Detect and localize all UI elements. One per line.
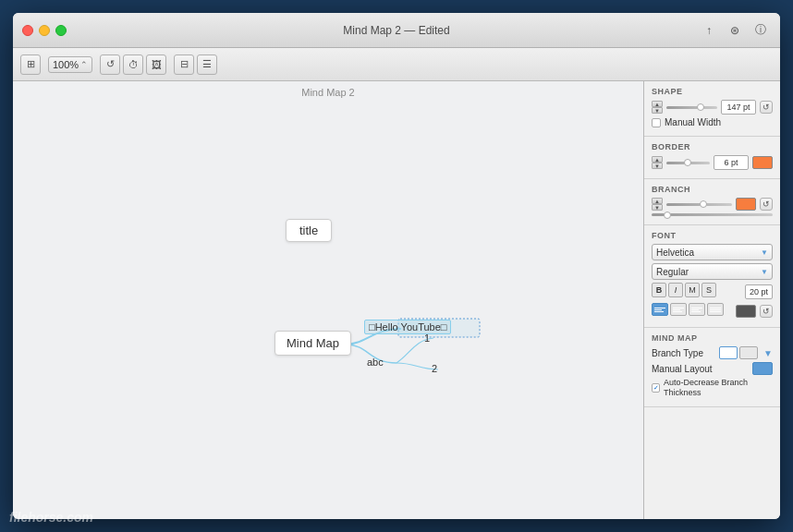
border-value[interactable]: 6 pt [714, 155, 749, 170]
share-icon[interactable]: ↑ [699, 20, 719, 41]
zoom-stepper[interactable]: ⌃ [80, 60, 88, 69]
shape-width-row: ▲ ▼ 147 pt ↺ [652, 100, 773, 115]
branch-label: BRANCH [652, 185, 773, 194]
strikethrough-button[interactable]: S [702, 283, 716, 297]
font-size-row: B I M S 20 pt [652, 283, 773, 300]
border-stepper[interactable]: ▲ ▼ [652, 156, 663, 169]
align-right-button[interactable] [689, 303, 705, 316]
width-stepper[interactable]: ▲ ▼ [652, 101, 663, 114]
mindmap-section: MIND MAP Branch Type ▼ Manual Layout Aut… [644, 328, 780, 407]
auto-decrease-label: Auto-Decrease Branch Thickness [664, 378, 773, 398]
reset-btn[interactable]: ↺ [760, 101, 773, 114]
font-family-select[interactable]: Helvetica ▼ [652, 244, 773, 260]
manual-width-row: Manual Width [652, 117, 773, 127]
mindmap-label: MIND MAP [652, 333, 773, 343]
branch-curve-slider[interactable] [652, 213, 773, 216]
node-title[interactable]: title [286, 219, 332, 242]
border-label: BORDER [652, 142, 773, 151]
toolbar: ⊞ 100% ⌃ ↺ ⏱ 🖼 ⊟ ☰ [13, 48, 780, 81]
border-slider[interactable] [666, 162, 710, 164]
border-section: BORDER ▲ ▼ 6 pt [644, 137, 780, 179]
font-style-value: Regular [656, 267, 689, 277]
branch-type-label: Branch Type [652, 348, 715, 358]
refresh-icon[interactable]: ↺ [100, 54, 120, 75]
zoom-control[interactable]: 100% ⌃ [48, 56, 92, 73]
stepper-up[interactable]: ▲ [652, 101, 663, 107]
shape-section: SHAPE ▲ ▼ 147 pt ↺ Manual Width [644, 81, 780, 137]
info-icon[interactable]: ⓘ [750, 20, 771, 41]
canvas-label: Mind Map 2 [301, 87, 354, 98]
watermark: filehorse.com [9, 510, 93, 525]
stepper-down[interactable]: ▼ [652, 107, 663, 114]
branch-reset[interactable]: ↺ [760, 198, 773, 211]
branch-curve-row [652, 213, 773, 216]
minimize-button[interactable] [39, 25, 50, 36]
border-color-swatch[interactable] [752, 156, 773, 169]
bold-button[interactable]: B [652, 283, 666, 297]
branch-color-swatch[interactable] [736, 198, 756, 211]
branch-stepper[interactable]: ▲ ▼ [652, 198, 663, 211]
main-area: Mind Map 2 title Mind Map [13, 81, 780, 519]
branch-type-row: Branch Type ▼ [652, 346, 773, 359]
font-style-select[interactable]: Regular ▼ [652, 263, 773, 280]
close-button[interactable] [22, 25, 33, 36]
manual-width-checkbox[interactable] [652, 118, 661, 127]
align-center-button[interactable] [670, 303, 687, 316]
branch-up[interactable]: ▲ [652, 198, 663, 204]
align-left-button[interactable] [652, 303, 668, 316]
font-section: FONT Helvetica ▼ Regular ▼ B I M S [644, 225, 780, 328]
mindmap-text: Mind Map [287, 336, 339, 350]
align-justify-button[interactable] [707, 303, 724, 316]
maximize-button[interactable] [55, 25, 67, 36]
manual-layout-row: Manual Layout [652, 362, 773, 375]
view-control-group: ⊞ [20, 54, 41, 75]
canvas-area[interactable]: Mind Map 2 title Mind Map [13, 81, 643, 519]
image-icon[interactable]: 🖼 [146, 54, 166, 75]
branch-down[interactable]: ▼ [652, 204, 663, 211]
branch1-text: 1 [424, 332, 430, 344]
filter-icon[interactable]: ⊛ [725, 20, 745, 41]
manual-width-label: Manual Width [665, 117, 721, 127]
layout-icon[interactable]: ⊟ [174, 54, 194, 75]
branch-slider[interactable] [666, 203, 732, 206]
zoom-value: 100% [53, 59, 79, 70]
view-icon[interactable]: ⊞ [20, 54, 41, 75]
node-mindmap[interactable]: Mind Map [274, 331, 351, 356]
font-style-arrow: ▼ [761, 268, 768, 276]
italic-button[interactable]: I [668, 283, 683, 297]
connections-svg [13, 81, 643, 519]
branch2-text: 2 [432, 363, 437, 374]
right-panel: SHAPE ▲ ▼ 147 pt ↺ Manual Width [643, 81, 780, 519]
list-icon[interactable]: ☰ [197, 54, 217, 75]
width-value[interactable]: 147 pt [721, 100, 756, 115]
border-down[interactable]: ▼ [652, 163, 663, 169]
title-text: title [299, 224, 318, 237]
action-icons: ↺ ⏱ 🖼 [100, 54, 166, 75]
branch-hello[interactable]: □Hello YouTube□ [364, 320, 451, 334]
history-icon[interactable]: ⏱ [123, 54, 143, 75]
font-color-swatch[interactable] [736, 305, 756, 318]
branch-2[interactable]: 2 [432, 363, 437, 374]
branch-1[interactable]: 1 [424, 332, 430, 344]
font-size-value[interactable]: 20 pt [745, 284, 773, 299]
width-slider[interactable] [666, 106, 717, 109]
layout-icons: ⊟ ☰ [174, 54, 217, 75]
branch-section: BRANCH ▲ ▼ ↺ [644, 179, 780, 225]
branch-type-btn-2[interactable] [739, 346, 758, 359]
medium-button[interactable]: M [685, 283, 700, 297]
layout-type-btn[interactable] [752, 362, 773, 375]
shape-label: SHAPE [652, 87, 773, 96]
branch-type-btn-1[interactable] [719, 346, 738, 359]
app-window: Mind Map 2 — Edited ↑ ⊛ ⓘ ⊞ 100% ⌃ ↺ ⏱ 🖼… [13, 13, 780, 519]
abc-text: abc [367, 357, 384, 368]
window-title: Mind Map 2 — Edited [343, 24, 449, 37]
font-label: FONT [652, 231, 773, 240]
border-size-row: ▲ ▼ 6 pt [652, 155, 773, 170]
branch-abc[interactable]: abc [367, 357, 384, 368]
window-controls [22, 25, 67, 36]
branch-type-arrow[interactable]: ▼ [763, 348, 773, 358]
border-up[interactable]: ▲ [652, 156, 663, 163]
font-reset[interactable]: ↺ [760, 305, 773, 318]
auto-decrease-row: Auto-Decrease Branch Thickness [652, 378, 773, 398]
auto-decrease-checkbox[interactable] [652, 383, 660, 393]
